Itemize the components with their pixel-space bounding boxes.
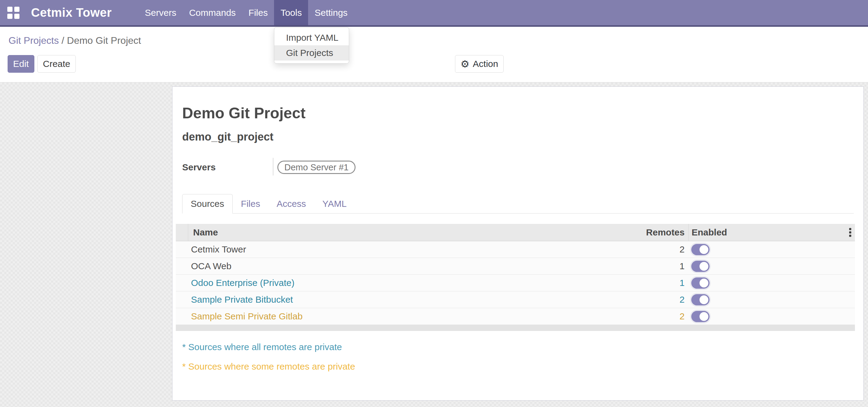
breadcrumb-separator: / bbox=[59, 35, 67, 46]
field-separator bbox=[273, 158, 273, 176]
enabled-cell bbox=[688, 311, 855, 322]
row-selector-cell[interactable] bbox=[176, 308, 188, 324]
source-name-cell[interactable]: Sample Private Bitbucket bbox=[188, 294, 545, 305]
column-header-enabled[interactable]: Enabled bbox=[688, 224, 855, 241]
optional-columns-icon[interactable] bbox=[849, 228, 851, 237]
enabled-cell bbox=[688, 294, 855, 305]
record-code: demo_git_project bbox=[182, 130, 273, 143]
table-row[interactable]: Sample Private Bitbucket 2 bbox=[176, 291, 855, 308]
control-panel: Git Projects / Demo Git Project Edit Cre… bbox=[0, 28, 868, 83]
tab-sources[interactable]: Sources bbox=[182, 194, 232, 214]
table-row[interactable]: Cetmix Tower 2 bbox=[176, 241, 855, 258]
table-header-row: Name Remotes Enabled bbox=[176, 224, 855, 241]
column-header-remotes[interactable]: Remotes bbox=[545, 224, 688, 241]
create-button[interactable]: Create bbox=[37, 55, 76, 73]
enabled-toggle[interactable] bbox=[691, 311, 710, 322]
notebook-tabs: Sources Files Access YAML bbox=[182, 194, 854, 214]
menu-item-servers[interactable]: Servers bbox=[138, 0, 183, 25]
edit-button[interactable]: Edit bbox=[8, 55, 34, 73]
enabled-toggle[interactable] bbox=[691, 294, 710, 305]
toggle-knob bbox=[700, 279, 708, 287]
action-button[interactable]: ⚙ Action bbox=[455, 55, 504, 73]
footnote-some-private: * Sources where some remotes are private bbox=[182, 362, 355, 372]
row-selector-cell[interactable] bbox=[176, 258, 188, 274]
record-title: Demo Git Project bbox=[182, 104, 306, 122]
enabled-cell bbox=[688, 244, 855, 255]
action-button-label: Action bbox=[473, 59, 498, 69]
apps-icon-square bbox=[7, 14, 12, 19]
remotes-count-cell: 1 bbox=[545, 261, 688, 271]
row-selector-cell[interactable] bbox=[176, 275, 188, 291]
tab-access[interactable]: Access bbox=[268, 194, 314, 213]
top-navbar: Cetmix Tower Servers Commands Files Tool… bbox=[0, 0, 868, 27]
row-selector-cell[interactable] bbox=[176, 241, 188, 258]
dropdown-item-import-yaml[interactable]: Import YAML bbox=[274, 30, 349, 45]
source-name-cell[interactable]: Cetmix Tower bbox=[188, 244, 545, 255]
menu-item-commands[interactable]: Commands bbox=[183, 0, 242, 25]
toggle-knob bbox=[700, 312, 708, 321]
source-name-cell[interactable]: Odoo Enterprise (Private) bbox=[188, 278, 545, 288]
source-name-cell[interactable]: Sample Semi Private Gitlab bbox=[188, 311, 545, 321]
remotes-count-cell: 2 bbox=[545, 311, 688, 321]
footnote-all-private: * Sources where all remotes are private bbox=[182, 342, 342, 352]
toggle-knob bbox=[700, 295, 708, 304]
column-header-enabled-label: Enabled bbox=[691, 227, 727, 238]
toggle-knob bbox=[700, 245, 708, 254]
enabled-cell bbox=[688, 261, 855, 272]
menu-item-tools-label: Tools bbox=[280, 8, 302, 18]
form-sheet: Demo Git Project demo_git_project Server… bbox=[172, 86, 864, 401]
tab-yaml[interactable]: YAML bbox=[314, 194, 354, 213]
gear-icon: ⚙ bbox=[461, 58, 470, 70]
servers-field-label: Servers bbox=[182, 162, 216, 173]
breadcrumb: Git Projects / Demo Git Project bbox=[8, 35, 141, 46]
main-menu: Servers Commands Files Tools Import YAML… bbox=[138, 0, 354, 25]
menu-item-settings[interactable]: Settings bbox=[308, 0, 354, 25]
enabled-toggle[interactable] bbox=[691, 261, 710, 272]
remotes-count-cell: 1 bbox=[545, 278, 688, 288]
breadcrumb-current: Demo Git Project bbox=[67, 35, 141, 46]
app-brand[interactable]: Cetmix Tower bbox=[31, 6, 112, 20]
select-all-column[interactable] bbox=[176, 224, 188, 241]
menu-item-files[interactable]: Files bbox=[242, 0, 274, 25]
table-row[interactable]: OCA Web 1 bbox=[176, 258, 855, 275]
column-header-name[interactable]: Name bbox=[188, 224, 545, 241]
apps-icon-square bbox=[14, 14, 20, 19]
remotes-count-cell: 2 bbox=[545, 244, 688, 255]
dropdown-item-git-projects[interactable]: Git Projects bbox=[274, 45, 349, 61]
table-footer-strip bbox=[176, 325, 855, 331]
breadcrumb-parent-link[interactable]: Git Projects bbox=[8, 35, 59, 46]
enabled-toggle[interactable] bbox=[691, 277, 710, 289]
tab-files[interactable]: Files bbox=[232, 194, 268, 213]
row-selector-cell[interactable] bbox=[176, 291, 188, 308]
enabled-toggle[interactable] bbox=[691, 244, 710, 255]
app-switcher-icon[interactable] bbox=[7, 7, 20, 19]
source-name-cell[interactable]: OCA Web bbox=[188, 261, 545, 271]
sources-table: Name Remotes Enabled Cetmix Tower 2 OCA … bbox=[176, 224, 855, 331]
apps-icon-square bbox=[14, 7, 20, 12]
apps-icon-square bbox=[7, 7, 12, 12]
table-row[interactable]: Odoo Enterprise (Private) 1 bbox=[176, 275, 855, 291]
enabled-cell bbox=[688, 277, 855, 289]
menu-item-tools[interactable]: Tools Import YAML Git Projects bbox=[274, 0, 308, 25]
table-row[interactable]: Sample Semi Private Gitlab 2 bbox=[176, 308, 855, 325]
toggle-knob bbox=[700, 262, 708, 271]
server-tag[interactable]: Demo Server #1 bbox=[277, 161, 355, 174]
tools-dropdown: Import YAML Git Projects bbox=[274, 27, 349, 64]
remotes-count-cell: 2 bbox=[545, 294, 688, 305]
